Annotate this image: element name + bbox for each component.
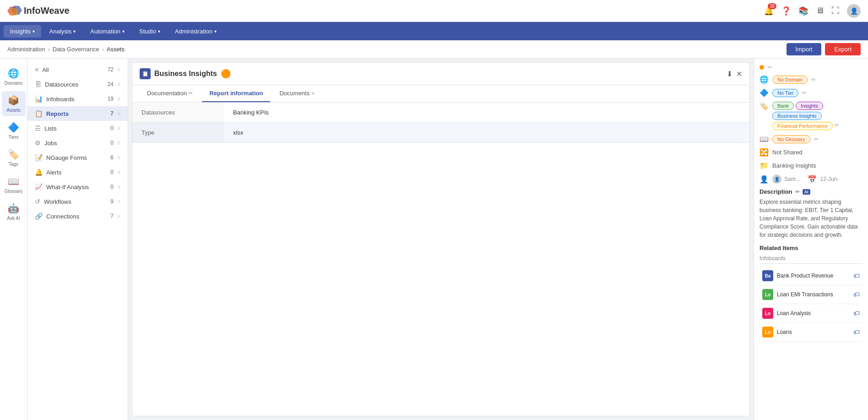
- related-section: Related Items Infoboards Ba Bank Product…: [760, 245, 863, 342]
- tab-report-info[interactable]: Report information: [202, 85, 270, 102]
- domain-tag[interactable]: No Domain: [772, 76, 808, 84]
- tab-documents-plus[interactable]: +: [311, 90, 315, 97]
- rp-tags-row: 🏷️ Bank Insights Business Insights Finan…: [760, 102, 863, 130]
- sidebar-label-glossary: Glossary: [5, 189, 22, 194]
- ai-badge: AI: [803, 189, 810, 195]
- tab-documents[interactable]: Documents +: [272, 85, 322, 102]
- tag-financial[interactable]: Financial Performance: [772, 122, 833, 130]
- glossary-rp-icon: 📖: [760, 135, 769, 143]
- related-item-loan-emi[interactable]: Lo Loan EMI Transactions 🏷: [760, 285, 863, 304]
- close-icon[interactable]: ✕: [736, 70, 742, 78]
- help-icon[interactable]: ❓: [781, 6, 791, 16]
- expand-icon[interactable]: ⛶: [831, 6, 840, 16]
- tags-edit[interactable]: ✏: [835, 122, 839, 130]
- monitor-icon[interactable]: 🖥: [816, 6, 824, 16]
- glossary-edit[interactable]: ✏: [814, 136, 819, 142]
- table-row: Type xlsx: [132, 123, 749, 143]
- tab-documentation-edit[interactable]: ✏: [189, 90, 193, 96]
- nav-insights[interactable]: Insights ▾: [4, 25, 41, 38]
- calendar-icon: 📅: [808, 175, 817, 184]
- asset-infoboards-label: Infoboards: [46, 96, 74, 103]
- nav-administration[interactable]: Administration ▾: [168, 25, 223, 38]
- user-rp-icon: 👤: [760, 175, 769, 184]
- tag-insights[interactable]: Insights: [796, 102, 823, 110]
- table-row: Datasources Banking KPIs: [132, 103, 749, 123]
- description-edit[interactable]: ✏: [795, 189, 800, 195]
- detail-emoji: 🟠: [221, 69, 231, 79]
- domain-edit[interactable]: ✏: [811, 76, 816, 83]
- asset-jobs[interactable]: ⚙ Jobs 0 ≡: [27, 136, 128, 150]
- rp-glossary-row: 📖 No Glossary ✏: [760, 135, 863, 143]
- sidebar-label-domains: Domains: [5, 81, 22, 86]
- asset-workflows[interactable]: ↺ Workflows 9 ≡: [27, 194, 128, 209]
- sidebar-item-tiers[interactable]: 🔷 Tiers: [2, 118, 26, 143]
- asset-infoboards[interactable]: 📊 Infoboards 19 ≡: [27, 92, 128, 106]
- sidebar-label-tags: Tags: [9, 162, 18, 167]
- tiers-icon: 🔷: [8, 122, 19, 133]
- related-tag-icon: 🏷: [853, 272, 860, 279]
- tags-icon: 🏷️: [8, 149, 19, 160]
- sidebar-item-assets[interactable]: 📦 Assets: [2, 91, 26, 116]
- tier-tag[interactable]: No Tier: [772, 89, 798, 97]
- asset-whatif[interactable]: 📈 What-If Analysis 0 ≡: [27, 180, 128, 194]
- sidebar-item-glossary[interactable]: 📖 Glossary: [2, 172, 26, 197]
- related-item-bank-product[interactable]: Ba Bank Product Revenue 🏷: [760, 267, 863, 285]
- glossary-tag[interactable]: No Glossary: [772, 135, 810, 143]
- import-button[interactable]: Import: [787, 43, 822, 55]
- asset-alerts[interactable]: 🔔 Alerts 0 ≡: [27, 165, 128, 180]
- domain-icon: 🌐: [760, 75, 769, 84]
- nav-studio[interactable]: Studio ▾: [133, 25, 167, 38]
- detail-header: 📋 Business Insights 🟠 ⬇ ✕: [132, 63, 749, 85]
- tab-documentation[interactable]: Documentation ✏: [140, 85, 200, 102]
- all-count: 72: [108, 66, 114, 73]
- library-icon[interactable]: 📚: [798, 6, 808, 16]
- workflows-icon: ↺: [35, 198, 40, 205]
- sidebar-item-askai[interactable]: 🤖 Ask AI: [2, 199, 26, 224]
- breadcrumb-governance[interactable]: Data Governance: [53, 46, 99, 53]
- tag-business-insights[interactable]: Business Insights: [772, 112, 822, 120]
- asset-all[interactable]: ≡ All 72 ≡: [27, 62, 128, 77]
- asset-alerts-label: Alerts: [46, 169, 61, 176]
- nav-analysis[interactable]: Analysis ▾: [43, 25, 82, 38]
- related-item-left: Ba Bank Product Revenue: [762, 270, 833, 281]
- sharing-icon: 🔀: [760, 148, 769, 157]
- export-button[interactable]: Export: [825, 43, 861, 55]
- breadcrumb-admin[interactable]: Administration: [7, 46, 45, 53]
- tag-bank[interactable]: Bank: [772, 102, 794, 110]
- asset-lists-label: Lists: [44, 125, 57, 132]
- asset-all-label: All: [42, 66, 49, 73]
- notification-icon[interactable]: 🔔 38: [764, 6, 774, 16]
- tier-edit[interactable]: ✏: [802, 90, 807, 96]
- detail-icon-text: 📋: [142, 71, 149, 77]
- glossary-icon: 📖: [8, 176, 19, 187]
- infoboards-icon: 📊: [35, 95, 43, 103]
- sidebar-item-domains[interactable]: 🌐 Domains: [2, 64, 26, 89]
- datasources-icon: 🗄: [35, 81, 41, 88]
- field-type-label: Type: [132, 123, 224, 143]
- nav-bar: Insights ▾ Analysis ▾ Automation ▾ Studi…: [0, 22, 868, 40]
- detail-title-text: Business Insights: [154, 70, 217, 78]
- avatar[interactable]: 👤: [847, 4, 861, 18]
- asset-ngauge[interactable]: 📝 NGauge Forms 6 ≡: [27, 150, 128, 165]
- asset-connections[interactable]: 🔗 Connections 7 ≡: [27, 209, 128, 224]
- description-title: Description ✏ AI: [760, 188, 863, 195]
- related-loan-analysis-name: Loan Analysis: [777, 310, 811, 316]
- rp-color-edit[interactable]: ✏: [768, 64, 772, 71]
- related-title: Related Items: [760, 245, 863, 251]
- connections-count: 7: [110, 213, 114, 219]
- related-item-loans[interactable]: Lo Loans 🏷: [760, 323, 863, 342]
- lists-count: 0: [110, 125, 114, 131]
- asset-reports[interactable]: 📋 Reports 7 ≡: [27, 106, 128, 121]
- asset-lists[interactable]: ☰ Lists 0 ≡: [27, 121, 128, 136]
- detail-panel: 📋 Business Insights 🟠 ⬇ ✕ Documentation …: [132, 62, 750, 416]
- whatif-icon: 📈: [35, 183, 43, 191]
- asset-datasources[interactable]: 🗄 Datasources 24 ≡: [27, 77, 128, 92]
- connections-icon: 🔗: [35, 213, 43, 220]
- asset-reports-label: Reports: [46, 110, 69, 117]
- lists-icon: ☰: [35, 125, 41, 132]
- download-icon[interactable]: ⬇: [727, 70, 732, 78]
- related-loans-name: Loans: [777, 329, 792, 335]
- related-item-loan-analysis[interactable]: Lo Loan Analysis 🏷: [760, 304, 863, 323]
- sidebar-item-tags[interactable]: 🏷️ Tags: [2, 145, 26, 170]
- nav-automation[interactable]: Automation ▾: [84, 25, 131, 38]
